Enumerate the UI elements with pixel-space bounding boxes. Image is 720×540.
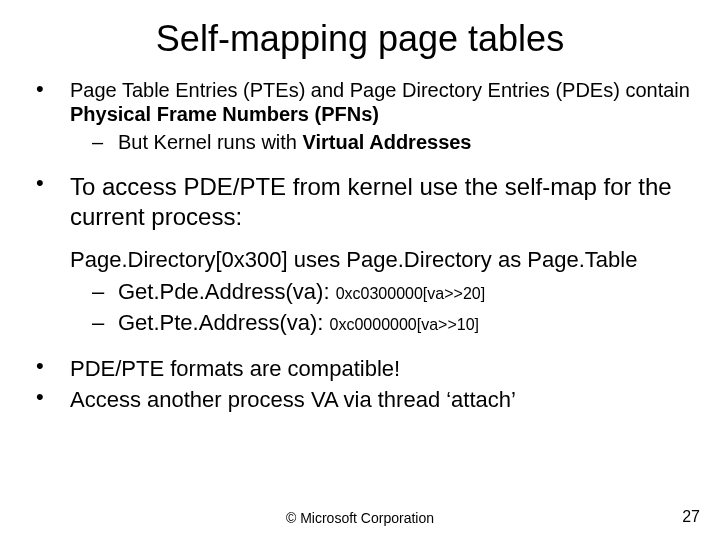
bullet-list: Page Table Entries (PTEs) and Page Direc… [30, 78, 690, 414]
bullet-2-text: To access PDE/PTE from kernel use the se… [70, 173, 672, 230]
bullet-1-sub: But Kernel runs with Virtual Addresses [70, 130, 690, 154]
slide-title: Self-mapping page tables [30, 18, 690, 60]
bullet-1-text-pre: Page Table Entries (PTEs) and Page Direc… [70, 79, 690, 101]
bullet-1: Page Table Entries (PTEs) and Page Direc… [30, 78, 690, 154]
bullet-3: PDE/PTE formats are compatible! [30, 355, 690, 383]
bullet-2-sub-2-b: 0xc0000000[va>>10] [330, 316, 479, 333]
bullet-2-sub: Get.Pde.Address(va): 0xc0300000[va>>20] … [70, 278, 690, 337]
bullet-2-sub-1-b: 0xc0300000[va>>20] [336, 285, 485, 302]
bullet-1-text-bold: Physical Frame Numbers (PFNs) [70, 103, 379, 125]
slide: Self-mapping page tables Page Table Entr… [0, 0, 720, 540]
bullet-2-header: Page.Directory[0x300] uses Page.Director… [70, 246, 690, 274]
bullet-4: Access another process VA via thread ‘at… [30, 386, 690, 414]
bullet-1-sub-pre: But Kernel runs with [118, 131, 303, 153]
footer-copyright: © Microsoft Corporation [0, 510, 720, 526]
bullet-2-sub-2-a: Get.Pte.Address(va): [118, 310, 330, 335]
bullet-1-sub-bold: Virtual Addresses [303, 131, 472, 153]
bullet-1-sub-1: But Kernel runs with Virtual Addresses [92, 130, 690, 154]
bullet-2: To access PDE/PTE from kernel use the se… [30, 172, 690, 337]
footer-page-number: 27 [682, 508, 700, 526]
bullet-2-sub-1: Get.Pde.Address(va): 0xc0300000[va>>20] [92, 278, 690, 306]
bullet-2-sub-1-a: Get.Pde.Address(va): [118, 279, 336, 304]
bullet-2-sub-2: Get.Pte.Address(va): 0xc0000000[va>>10] [92, 309, 690, 337]
